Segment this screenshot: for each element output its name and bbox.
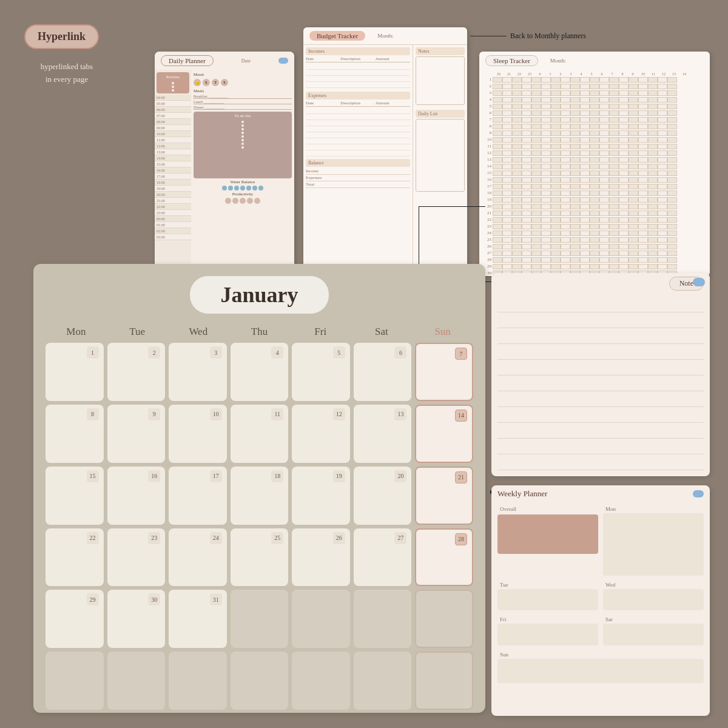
st-cell[interactable] <box>512 150 522 156</box>
st-cell[interactable] <box>629 177 638 183</box>
st-cell[interactable] <box>561 177 570 183</box>
st-cell[interactable] <box>493 110 502 116</box>
st-cell[interactable] <box>599 177 609 183</box>
st-cell[interactable] <box>629 84 638 89</box>
st-cell[interactable] <box>570 77 580 83</box>
st-cell[interactable] <box>580 90 590 96</box>
st-cell[interactable] <box>619 157 629 163</box>
st-cell[interactable] <box>599 97 609 103</box>
wp-sun-body[interactable] <box>497 659 704 683</box>
st-cell[interactable] <box>629 197 638 203</box>
cal-cell[interactable]: 4 <box>231 343 289 401</box>
st-cell[interactable] <box>541 184 551 189</box>
st-cell[interactable] <box>570 184 580 189</box>
st-cell[interactable] <box>638 117 648 123</box>
st-cell[interactable] <box>667 97 677 103</box>
st-cell[interactable] <box>493 117 502 123</box>
st-cell[interactable] <box>648 170 658 176</box>
st-cell[interactable] <box>541 257 551 263</box>
st-cell[interactable] <box>648 211 658 216</box>
cal-cell[interactable]: 18 <box>231 467 289 525</box>
st-cell[interactable] <box>638 104 648 109</box>
st-cell[interactable] <box>531 244 541 249</box>
st-cell[interactable] <box>551 184 561 189</box>
st-cell[interactable] <box>590 237 599 243</box>
st-cell[interactable] <box>638 217 648 223</box>
st-cell[interactable] <box>609 184 619 189</box>
st-cell[interactable] <box>502 124 512 129</box>
st-cell[interactable] <box>541 77 551 83</box>
st-cell[interactable] <box>629 110 638 116</box>
st-cell[interactable] <box>629 224 638 229</box>
st-cell[interactable] <box>561 244 570 249</box>
st-cell[interactable] <box>667 211 677 216</box>
st-cell[interactable] <box>570 264 580 269</box>
st-cell[interactable] <box>648 237 658 243</box>
st-cell[interactable] <box>638 157 648 163</box>
st-cell[interactable] <box>561 84 570 89</box>
st-cell[interactable] <box>619 170 629 176</box>
st-cell[interactable] <box>551 264 561 269</box>
st-cell[interactable] <box>512 251 522 256</box>
st-cell[interactable] <box>531 137 541 143</box>
cal-cell[interactable]: 8 <box>46 405 104 463</box>
st-cell[interactable] <box>512 117 522 123</box>
st-cell[interactable] <box>599 237 609 243</box>
st-cell[interactable] <box>648 144 658 149</box>
wp-sat-body[interactable] <box>603 624 704 645</box>
st-cell[interactable] <box>502 137 512 143</box>
st-cell[interactable] <box>629 137 638 143</box>
st-cell[interactable] <box>580 157 590 163</box>
st-cell[interactable] <box>638 124 648 129</box>
bt-daily-list-area[interactable] <box>416 119 465 192</box>
st-cell[interactable] <box>609 244 619 249</box>
st-cell[interactable] <box>502 204 512 209</box>
st-cell[interactable] <box>629 124 638 129</box>
st-cell[interactable] <box>599 84 609 89</box>
st-cell[interactable] <box>658 211 667 216</box>
st-cell[interactable] <box>531 77 541 83</box>
st-cell[interactable] <box>531 197 541 203</box>
st-cell[interactable] <box>629 164 638 169</box>
st-cell[interactable] <box>638 177 648 183</box>
st-cell[interactable] <box>629 190 638 196</box>
st-cell[interactable] <box>648 150 658 156</box>
st-cell[interactable] <box>531 84 541 89</box>
st-cell[interactable] <box>619 84 629 89</box>
cal-cell[interactable]: 20 <box>354 467 412 525</box>
st-cell[interactable] <box>658 90 667 96</box>
st-cell[interactable] <box>599 77 609 83</box>
st-cell[interactable] <box>638 84 648 89</box>
st-cell[interactable] <box>580 184 590 189</box>
st-cell[interactable] <box>638 244 648 249</box>
st-cell[interactable] <box>629 251 638 256</box>
st-cell[interactable] <box>551 224 561 229</box>
st-cell[interactable] <box>638 97 648 103</box>
st-cell[interactable] <box>580 130 590 136</box>
st-cell[interactable] <box>551 211 561 216</box>
st-cell[interactable] <box>619 251 629 256</box>
st-cell[interactable] <box>590 157 599 163</box>
st-cell[interactable] <box>522 231 531 236</box>
st-cell[interactable] <box>493 224 502 229</box>
st-cell[interactable] <box>541 177 551 183</box>
st-cell[interactable] <box>502 177 512 183</box>
st-cell[interactable] <box>629 97 638 103</box>
st-cell[interactable] <box>590 137 599 143</box>
st-cell[interactable] <box>493 237 502 243</box>
st-cell[interactable] <box>629 217 638 223</box>
st-cell[interactable] <box>619 177 629 183</box>
st-cell[interactable] <box>648 190 658 196</box>
st-cell[interactable] <box>609 77 619 83</box>
cal-cell[interactable]: 30 <box>107 590 166 648</box>
st-cell[interactable] <box>638 110 648 116</box>
st-cell[interactable] <box>502 190 512 196</box>
cal-cell[interactable]: 14 <box>415 405 473 463</box>
st-cell[interactable] <box>590 257 599 263</box>
st-cell[interactable] <box>580 124 590 129</box>
st-cell[interactable] <box>522 204 531 209</box>
cal-cell[interactable]: 2 <box>107 343 166 401</box>
st-cell[interactable] <box>522 237 531 243</box>
st-cell[interactable] <box>638 251 648 256</box>
st-cell[interactable] <box>580 117 590 123</box>
